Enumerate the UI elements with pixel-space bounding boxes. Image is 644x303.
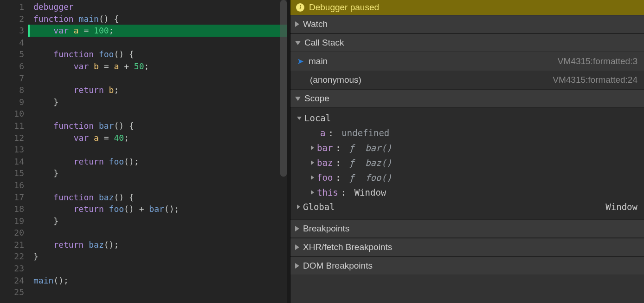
stack-frame[interactable]: ➤ main VM4315:formatted:3 — [290, 52, 644, 71]
section-label: XHR/fetch Breakpoints — [303, 242, 392, 252]
code-line[interactable]: var a = 100; — [28, 25, 287, 37]
frame-name: (anonymous) — [310, 75, 361, 85]
devtools-root: 1234567891011121314151617181920212223242… — [0, 0, 644, 303]
code-line[interactable] — [28, 144, 287, 156]
status-text: Debugger paused — [309, 2, 379, 13]
section-label: DOM Breakpoints — [303, 261, 373, 271]
callstack-body: ➤ main VM4315:formatted:3 (anonymous) VM… — [290, 52, 644, 89]
line-number[interactable]: 20 — [0, 227, 28, 239]
line-number[interactable]: 19 — [0, 215, 28, 227]
section-label: Call Stack — [304, 38, 344, 48]
line-number[interactable]: 5 — [0, 48, 28, 60]
line-number[interactable]: 7 — [0, 72, 28, 85]
chevron-down-icon — [295, 97, 301, 101]
section-dom-breakpoints[interactable]: DOM Breakpoints — [290, 257, 644, 275]
chevron-right-icon — [295, 226, 299, 231]
line-number[interactable]: 17 — [0, 191, 28, 204]
line-number[interactable]: 22 — [0, 250, 28, 263]
frame-location[interactable]: VM4315:formatted:3 — [558, 56, 638, 66]
chevron-right-icon — [311, 175, 314, 180]
code-line[interactable]: return foo() + bar(); — [28, 203, 287, 215]
chevron-right-icon — [295, 21, 299, 27]
chevron-right-icon — [311, 160, 314, 165]
chevron-down-icon — [295, 41, 301, 45]
line-number[interactable]: 2 — [0, 13, 28, 25]
scrollbar-thumb[interactable] — [280, 0, 287, 177]
section-label: Breakpoints — [303, 224, 349, 234]
scope-local-label: Local — [304, 113, 331, 123]
line-number[interactable]: 14 — [0, 156, 28, 168]
code-line[interactable]: return b; — [28, 84, 287, 96]
line-number[interactable]: 4 — [0, 37, 28, 49]
code-line[interactable] — [28, 37, 287, 49]
scope-var[interactable]: a: undefined — [290, 125, 644, 140]
debugger-status: i Debugger paused — [290, 0, 644, 15]
section-xhr-breakpoints[interactable]: XHR/fetch Breakpoints — [290, 238, 644, 257]
scope-var[interactable]: baz: ƒ baz() — [290, 155, 644, 170]
code-line[interactable]: main(); — [28, 275, 287, 287]
line-number[interactable]: 25 — [0, 286, 28, 298]
chevron-right-icon — [311, 145, 314, 150]
code-line[interactable]: return baz(); — [28, 239, 287, 251]
chevron-down-icon — [297, 117, 302, 120]
scope-global[interactable]: Global Window — [290, 200, 644, 215]
frame-location[interactable]: VM4315:formatted:24 — [553, 75, 638, 85]
code-line[interactable] — [28, 227, 287, 239]
line-number[interactable]: 3 — [0, 25, 28, 37]
scope-global-value: Window — [605, 202, 638, 212]
code-line[interactable]: } — [28, 215, 287, 227]
scope-body: Local a: undefined bar: ƒ bar() baz: ƒ b… — [290, 108, 644, 219]
line-number[interactable]: 21 — [0, 239, 28, 251]
code-line[interactable]: var b = a + 50; — [28, 60, 287, 72]
line-number[interactable]: 15 — [0, 167, 28, 179]
code-line[interactable] — [28, 108, 287, 120]
line-number[interactable]: 11 — [0, 120, 28, 132]
pane-splitter[interactable] — [287, 0, 290, 303]
code-line[interactable] — [28, 263, 287, 275]
code-line[interactable]: return foo(); — [28, 156, 287, 168]
scope-local[interactable]: Local — [290, 111, 644, 125]
code-area[interactable]: debuggerfunction main() { var a = 100; f… — [28, 0, 287, 303]
code-line[interactable]: function bar() { — [28, 120, 287, 132]
line-number[interactable]: 1 — [0, 1, 28, 13]
scope-var[interactable]: bar: ƒ bar() — [290, 140, 644, 155]
section-callstack[interactable]: Call Stack — [290, 33, 644, 52]
code-line[interactable] — [28, 286, 287, 298]
line-number[interactable]: 8 — [0, 84, 28, 96]
line-number[interactable]: 13 — [0, 144, 28, 156]
line-number[interactable]: 16 — [0, 179, 28, 191]
scope-var[interactable]: foo: ƒ foo() — [290, 170, 644, 185]
code-line[interactable]: debugger — [28, 1, 287, 13]
line-number[interactable]: 9 — [0, 96, 28, 108]
source-editor[interactable]: 1234567891011121314151617181920212223242… — [0, 0, 287, 303]
chevron-right-icon — [295, 263, 299, 269]
code-line[interactable] — [28, 72, 287, 85]
code-line[interactable]: var a = 40; — [28, 132, 287, 144]
scope-global-label: Global — [303, 202, 335, 212]
code-line[interactable]: function foo() { — [28, 48, 287, 60]
scope-var[interactable]: this: Window — [290, 185, 644, 200]
line-number[interactable]: 12 — [0, 132, 28, 144]
line-number[interactable]: 6 — [0, 60, 28, 72]
code-line[interactable]: } — [28, 167, 287, 179]
chevron-right-icon — [295, 244, 299, 250]
line-gutter: 1234567891011121314151617181920212223242… — [0, 0, 28, 303]
line-number[interactable]: 24 — [0, 275, 28, 287]
section-label: Watch — [303, 19, 328, 29]
stack-frame[interactable]: (anonymous) VM4315:formatted:24 — [290, 71, 644, 89]
code-line[interactable]: } — [28, 96, 287, 108]
section-watch[interactable]: Watch — [290, 15, 644, 33]
frame-name: main — [309, 56, 328, 66]
line-number[interactable]: 10 — [0, 108, 28, 120]
chevron-right-icon — [311, 190, 314, 195]
line-number[interactable]: 18 — [0, 203, 28, 215]
code-line[interactable]: } — [28, 250, 287, 263]
section-breakpoints[interactable]: Breakpoints — [290, 219, 644, 238]
section-scope[interactable]: Scope — [290, 89, 644, 108]
code-line[interactable]: function baz() { — [28, 191, 287, 204]
chevron-right-icon — [297, 204, 300, 209]
line-number[interactable]: 23 — [0, 263, 28, 275]
code-line[interactable] — [28, 179, 287, 191]
code-line[interactable]: function main() { — [28, 13, 287, 25]
current-frame-arrow-icon: ➤ — [297, 56, 304, 66]
